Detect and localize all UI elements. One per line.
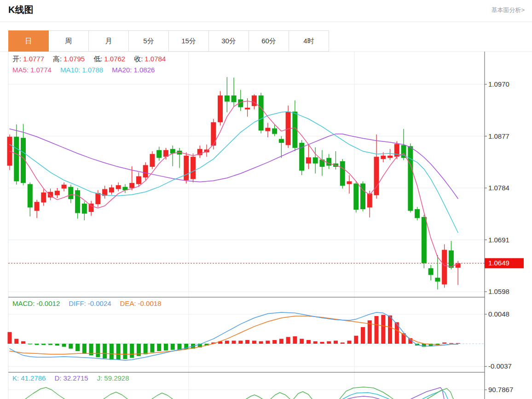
candle-body xyxy=(245,108,250,110)
axis-label: 1.0598 xyxy=(488,288,509,295)
macd-bar xyxy=(225,340,229,344)
macd-bar xyxy=(150,344,154,352)
tab-日[interactable]: 日 xyxy=(8,30,49,52)
candle-body xyxy=(231,95,237,102)
legend-item: D:32.2715 xyxy=(54,374,88,382)
candle-body xyxy=(75,190,80,213)
tab-15分[interactable]: 15分 xyxy=(168,30,209,52)
tab-周[interactable]: 周 xyxy=(48,30,89,52)
tab-60分[interactable]: 60分 xyxy=(249,30,289,52)
macd-bar xyxy=(144,344,148,354)
candle-body xyxy=(170,149,175,153)
candle-body xyxy=(272,129,277,134)
ma5-line xyxy=(10,101,458,266)
macd-bar xyxy=(171,344,175,350)
interval-tab-bar: 日周月5分15分30分60分4时 xyxy=(8,30,329,52)
candle-body xyxy=(252,95,257,106)
macd-bar xyxy=(361,327,365,344)
axis-label: 90.7867 xyxy=(488,386,513,393)
candle-body xyxy=(408,146,413,211)
candle-body xyxy=(89,204,94,212)
macd-bar xyxy=(123,344,127,359)
macd-bar xyxy=(28,344,32,344)
candle-body xyxy=(449,250,454,268)
legend-item: 高:1.0795 xyxy=(53,55,85,64)
tab-30分[interactable]: 30分 xyxy=(208,30,249,52)
macd-bar xyxy=(388,316,392,344)
candle-body xyxy=(259,95,264,130)
macd-bar xyxy=(55,344,59,346)
candle-body xyxy=(28,184,33,208)
candle-body xyxy=(381,156,386,159)
macd-bar xyxy=(266,340,270,344)
candle-body xyxy=(435,278,440,282)
candle-body xyxy=(313,157,318,163)
candle-body xyxy=(279,139,284,143)
ohlc-legend: 开:1.0777高:1.0795低:1.0762收:1.0784 xyxy=(12,55,166,64)
candle-body xyxy=(218,95,223,122)
macd-bar xyxy=(157,344,161,351)
macd-bar xyxy=(35,344,39,345)
macd-bar xyxy=(116,344,121,360)
macd-bar xyxy=(245,340,249,344)
candle-body xyxy=(347,181,352,184)
macd-bar xyxy=(320,342,324,344)
legend-item: MA20:1.0826 xyxy=(112,66,155,74)
macd-bar xyxy=(279,339,283,344)
candle-body xyxy=(116,185,121,189)
candle-body xyxy=(340,161,345,186)
candle-body xyxy=(428,268,434,275)
axis-label: -0.0037 xyxy=(488,362,512,370)
tab-4时[interactable]: 4时 xyxy=(289,30,329,52)
macd-bar xyxy=(21,341,25,344)
tab-5分[interactable]: 5分 xyxy=(128,30,169,52)
ma10-line xyxy=(10,111,458,233)
candles[interactable] xyxy=(7,77,461,289)
macd-bar xyxy=(103,344,107,358)
macd-bar xyxy=(334,340,338,344)
candle-body xyxy=(422,217,427,263)
macd-bar xyxy=(164,344,168,351)
axis-label: 1.0691 xyxy=(488,236,509,244)
macd-bar xyxy=(130,344,134,358)
kdj-j-line xyxy=(152,393,173,399)
legend-item: MA5:1.0774 xyxy=(12,66,52,74)
macd-bar xyxy=(82,344,87,353)
macd-bar xyxy=(286,337,290,344)
macd-bar xyxy=(62,344,66,347)
candle-body xyxy=(129,183,134,188)
grid-lines xyxy=(0,52,532,399)
kdj-legend: K:41.2786D:32.2715J:59.2928 xyxy=(12,374,129,382)
candle-body xyxy=(374,157,379,195)
candle-body xyxy=(82,204,87,214)
macd-bar xyxy=(259,341,263,344)
candle-body xyxy=(41,193,46,203)
candle-body xyxy=(387,156,393,158)
axis-label: 1.0970 xyxy=(488,80,509,88)
legend-item: MACD:-0.0012 xyxy=(12,299,60,307)
candle-body xyxy=(14,137,19,182)
macd-bar xyxy=(232,340,236,344)
macd-bar xyxy=(341,342,345,344)
candle-body xyxy=(35,202,40,211)
macd-panel[interactable] xyxy=(8,312,485,360)
macd-bar xyxy=(293,336,297,344)
kdj-panel[interactable] xyxy=(25,387,453,399)
kdj-j-line xyxy=(246,395,262,399)
tab-月[interactable]: 月 xyxy=(88,30,129,52)
candle-body xyxy=(150,154,155,167)
legend-item: DIFF:-0.0024 xyxy=(69,299,111,307)
macd-bar xyxy=(347,340,352,344)
candle-body xyxy=(184,156,189,180)
macd-bar xyxy=(456,343,460,344)
macd-bar xyxy=(354,336,358,344)
candle-body xyxy=(353,183,359,210)
candle-body xyxy=(367,194,372,207)
macd-bar xyxy=(69,344,73,349)
legend-item: 低:1.0762 xyxy=(93,55,125,64)
macd-bar xyxy=(442,342,446,344)
macd-bar xyxy=(96,344,100,357)
macd-bar xyxy=(449,343,453,344)
kdj-d-line xyxy=(411,387,444,399)
ma-lines xyxy=(10,101,458,266)
